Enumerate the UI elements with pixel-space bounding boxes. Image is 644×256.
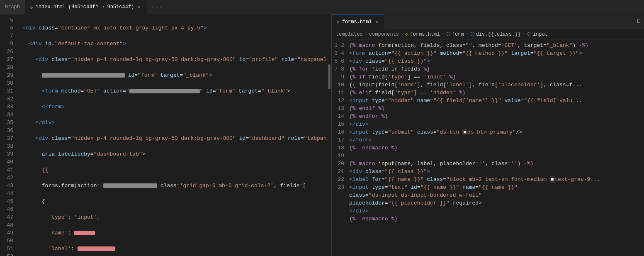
code-line-35: 'label': [21,245,327,253]
code-line-29: aria-labelledby="dashboard-tab"> [21,150,327,158]
tab-forms-close[interactable]: ✕ [374,19,379,25]
right-code-line-17: <div class="{{ class }}"> [348,168,644,176]
right-code-line-10: {% endfor %} [348,112,644,120]
right-tab-bar: ◇ forms.html ✕ E [332,15,644,29]
left-scrollbar[interactable] [327,15,331,256]
right-code-line-4: {% for field in fields %} [348,65,644,73]
right-code-line-2: <form action="{{ action }}" method="{{ m… [348,49,644,57]
code-line-9: <form method="GET" action="" id="form" t… [21,87,327,95]
right-code-line-8: <input type="hidden" name="{{ field['nam… [348,97,644,105]
right-code-line-20: class="ds-input ds-input-bordered w-full… [348,191,644,199]
tab-index[interactable]: ◇ index.html (9b51c44f^ → 9b51c44f) ✕ [25,0,147,15]
e-button[interactable]: E [633,19,644,24]
code-line-33: 'type': 'input', [21,213,327,221]
code-line-30: {{ [21,166,327,174]
right-code-line-14: {%- endmacro %} [348,144,644,152]
right-code-line-6: {{ input(field['name'], field['label'], … [348,81,644,89]
code-line-28: <div class="hidden p-4 rounded-lg bg-gra… [21,134,327,142]
right-code-line-22: </div> [348,207,644,215]
tab-index-label: index.html (9b51c44f^ → 9b51c44f) [36,4,134,10]
tab-forms-icon: ◇ [337,19,340,24]
breadcrumb-file-icon: ◇ [405,31,408,37]
code-line-26: </form> [21,103,327,111]
right-code-line-11: </div> [348,120,644,128]
right-code-line-16: {% macro input(name, label, placeholder=… [348,160,644,168]
left-line-numbers: 5 6 7 9 26 27 28 29 30 31 32 33 34 35 36… [0,15,17,256]
right-code-line-9: {% endif %} [348,105,644,112]
tab-index-icon: ◇ [30,5,33,10]
code-line-6: <div id="default-tab-content"> [21,40,327,48]
code-line-32: { [21,197,327,205]
left-panel: 5 6 7 9 26 27 28 29 30 31 32 33 34 35 36… [0,15,332,256]
breadcrumb-input-icon: ⬡ [527,31,531,37]
breadcrumb-form-icon: ⬡ [446,31,450,37]
right-code-line-13: </form> [348,136,644,144]
right-line-numbers: 1 2 3 4 5 6 7 8 9 10 11 12 13 14 15 16 1… [332,40,348,256]
tab-graph[interactable]: Graph [0,0,25,15]
tab-forms[interactable]: ◇ forms.html ✕ [332,15,384,29]
breadcrumb-filename: forms.html [410,32,440,37]
code-line-27: </div> [21,119,327,127]
left-code-area: 5 6 7 9 26 27 28 29 30 31 32 33 34 35 36… [0,15,331,256]
left-code-content[interactable]: <div class="container mx-auto text-gray-… [17,15,327,256]
breadcrumb: templates › components › ◇ forms.html › … [332,29,644,40]
code-line-8: id="form" target="_blank"> [21,71,327,79]
right-panel: ◇ forms.html ✕ E templates › components … [332,15,644,256]
main-content: 5 6 7 9 26 27 28 29 30 31 32 33 34 35 36… [0,15,644,256]
right-code-line-18: <label for="{{ name }}" class="block mb-… [348,176,644,183]
breadcrumb-input: input [533,32,548,37]
code-line-31: forms.form(action= class='grid gap-6 mb-… [21,182,327,190]
code-line-5: <div class="container mx-auto text-gray-… [21,24,327,32]
right-code-line-23: {%- endmacro %} [348,215,644,223]
code-line-7: <div class="hidden p-4 rounded-lg bg-gra… [21,56,327,63]
tab-forms-label: forms.html [342,19,372,25]
right-code-area: 1 2 3 4 5 6 7 8 9 10 11 12 13 14 15 16 1… [332,40,644,256]
right-code-line-1: {% macro form(action, fields, class="", … [348,41,644,49]
tab-more-button[interactable]: ··· [148,3,165,11]
right-code-content[interactable]: {% macro form(action, fields, class="", … [348,40,644,256]
right-code-line-3: <div class="{{ class }}"> [348,57,644,65]
right-code-line-15 [348,152,644,160]
tab-graph-label: Graph [5,4,20,10]
right-code-line-19: <input type="text" id="{{ name }}" name=… [348,183,644,191]
breadcrumb-div: div.{{.class.}} [476,32,521,37]
code-line-34: 'name': [21,229,327,237]
tab-index-close[interactable]: ✕ [136,4,141,10]
right-code-line-21: placeholder="{{ placeholder }}" required… [348,199,644,207]
left-scrollbar-thumb[interactable] [328,64,331,89]
breadcrumb-form: form [452,32,464,37]
breadcrumb-div-icon: ⬡ [470,31,474,37]
breadcrumb-components: components [369,32,399,37]
left-tab-bar: Graph ◇ index.html (9b51c44f^ → 9b51c44f… [0,0,644,15]
right-code-line-7: {% elif field['type'] == 'hidden' %} [348,89,644,97]
breadcrumb-templates: templates [336,32,363,37]
right-code-line-5: {% if field['type'] == 'input' %} [348,73,644,81]
right-code-line-12: <input type="submit" class="ds-btn ■ds-b… [348,128,644,136]
